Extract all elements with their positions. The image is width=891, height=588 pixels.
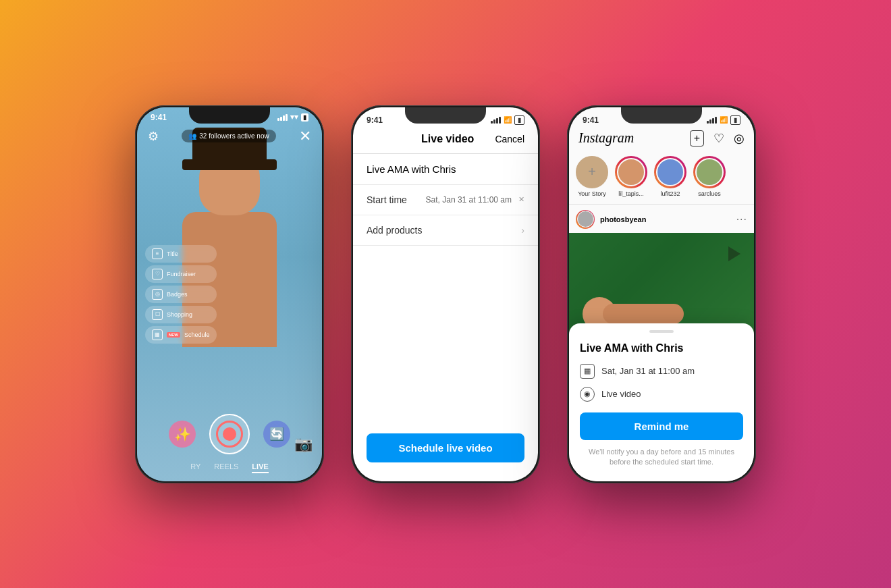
notch-3 (621, 107, 702, 124)
tab-story[interactable]: RY (190, 462, 200, 473)
camera-switch-icon[interactable]: 📷 (294, 435, 313, 453)
badges-icon: ◎ (152, 289, 163, 300)
messenger-icon[interactable]: ◎ (734, 131, 745, 146)
signal-bars-2 (491, 117, 501, 124)
story-label-2: lufit232 (660, 190, 680, 197)
live-top-bar: ⚙ 👥 32 followers active now ✕ (137, 128, 322, 145)
emoji-button-2[interactable]: 🔄 (263, 421, 290, 448)
start-time-value-container: Sat, Jan 31 at 11:00 am ✕ (426, 195, 524, 205)
remind-me-button[interactable]: Remind me (580, 412, 743, 440)
disclaimer-text: We'll notify you a day before and 15 min… (589, 448, 734, 466)
status-icons-3: 📶 ▮ (707, 115, 740, 125)
story-2[interactable]: lufit232 (654, 156, 686, 197)
sheet-handle (649, 330, 674, 333)
sheet-title: Live AMA with Chris (569, 342, 754, 360)
menu-item-title[interactable]: ≡ Title (145, 245, 217, 263)
post-user: photosbyean (576, 210, 646, 229)
start-time-label: Start time (367, 194, 407, 205)
story-avatar-3 (693, 156, 726, 188)
person-head (199, 148, 260, 215)
tab-live[interactable]: LIVE (252, 462, 268, 473)
story-label-1: lil_tapis... (618, 190, 644, 197)
followers-badge: 👥 32 followers active now (182, 130, 275, 142)
menu-item-schedule[interactable]: ▦ NEW Schedule (145, 326, 217, 344)
menu-item-shopping[interactable]: ☐ Shopping (145, 306, 217, 323)
live-menu: ≡ Title ♡ Fundraiser ◎ Badges ☐ Shopping… (145, 245, 217, 344)
status-icons-1: ▾▾ ▮ (277, 113, 308, 122)
fundraiser-icon: ♡ (152, 269, 163, 279)
live-title-value: Live AMA with Chris (367, 163, 456, 175)
play-triangle (728, 246, 740, 261)
add-products-label: Add products (367, 225, 423, 236)
heart-icon[interactable]: ♡ (713, 131, 724, 146)
menu-label-shopping: Shopping (167, 311, 192, 318)
menu-label-fundraiser: Fundraiser (167, 271, 196, 277)
followers-text: 32 followers active now (199, 132, 269, 140)
your-story-avatar: + (576, 156, 608, 188)
form-header: Live video Cancel (353, 128, 538, 154)
menu-label-schedule: Schedule (184, 331, 210, 338)
notch-2 (405, 107, 486, 124)
new-badge: NEW (167, 332, 180, 338)
stories-row: + Your Story lil_tapis... lufit232 (569, 152, 754, 205)
story-avatar-2 (654, 156, 686, 188)
battery-icon-3: ▮ (730, 115, 740, 125)
add-post-icon[interactable]: + (690, 130, 704, 146)
schedule-icon: ▦ (152, 329, 163, 340)
wifi-icon-3: 📶 (720, 116, 728, 124)
phone-schedule-form: 9:41 📶 ▮ Live video Cancel Live AMA with… (351, 105, 540, 483)
menu-item-badges[interactable]: ◎ Badges (145, 286, 217, 303)
start-time-row[interactable]: Start time Sat, Jan 31 at 11:00 am ✕ (353, 185, 538, 215)
post-header: photosbyean ··· (569, 210, 754, 233)
emoji-button-1[interactable]: ✨ (169, 421, 196, 448)
story-1[interactable]: lil_tapis... (615, 156, 647, 197)
schedule-button-label: Schedule live video (398, 442, 492, 454)
instagram-logo: Instagram (578, 130, 634, 146)
your-story-label: Your Story (578, 190, 606, 197)
battery-icon-1: ▮ (301, 113, 308, 122)
signal-bars-1 (277, 114, 288, 121)
cancel-button[interactable]: Cancel (495, 134, 524, 144)
sheet-video-row: ◉ Live video (569, 383, 754, 406)
feed-post: photosbyean ··· (569, 205, 754, 344)
story-label-3: sarclues (698, 190, 721, 197)
start-time-value: Sat, Jan 31 at 11:00 am (426, 195, 512, 205)
tab-reels[interactable]: REELS (214, 462, 238, 473)
menu-label-title: Title (167, 250, 178, 257)
menu-label-badges: Badges (167, 291, 188, 298)
followers-emoji: 👥 (188, 132, 196, 140)
bottom-sheet: Live AMA with Chris ▦ Sat, Jan 31 at 11:… (569, 323, 754, 481)
post-avatar (576, 210, 595, 229)
status-time-1: 9:41 (151, 113, 167, 122)
instagram-header: Instagram + ♡ ◎ (569, 128, 754, 152)
shopping-icon: ☐ (152, 309, 163, 320)
story-your[interactable]: + Your Story (576, 156, 608, 197)
status-icons-2: 📶 ▮ (491, 115, 524, 125)
emoji-circle: 🔄 (269, 427, 284, 442)
add-products-chevron: › (521, 225, 524, 236)
sheet-video-icon: ◉ (580, 387, 595, 402)
live-title-field[interactable]: Live AMA with Chris (353, 154, 538, 185)
wifi-icon-2: 📶 (504, 116, 512, 124)
phone-feed-sheet: 9:41 📶 ▮ Instagram + ♡ ◎ (567, 105, 756, 483)
story-avatar-1 (615, 156, 647, 188)
status-time-3: 9:41 (583, 115, 599, 125)
add-products-row[interactable]: Add products › (353, 215, 538, 246)
sheet-calendar-icon: ▦ (580, 364, 595, 379)
sheet-disclaimer: We'll notify you a day before and 15 min… (569, 444, 754, 468)
post-more-icon[interactable]: ··· (736, 213, 747, 225)
start-time-clear-icon[interactable]: ✕ (518, 195, 524, 204)
schedule-button[interactable]: Schedule live video (367, 433, 524, 462)
signal-bars-3 (707, 117, 717, 124)
phone-live-camera: 9:41 ▾▾ ▮ ⚙ 👥 32 followers active now ✕ (135, 105, 324, 483)
record-button[interactable] (209, 414, 250, 454)
battery-icon-2: ▮ (514, 115, 524, 125)
sheet-video-text: Live video (601, 389, 641, 399)
settings-icon[interactable]: ⚙ (148, 129, 159, 144)
story-3[interactable]: sarclues (693, 156, 726, 197)
close-icon[interactable]: ✕ (299, 128, 311, 145)
status-time-2: 9:41 (367, 115, 383, 125)
post-username: photosbyean (600, 215, 646, 223)
menu-item-fundraiser[interactable]: ♡ Fundraiser (145, 265, 217, 283)
emoji-sparkle: ✨ (174, 426, 191, 442)
